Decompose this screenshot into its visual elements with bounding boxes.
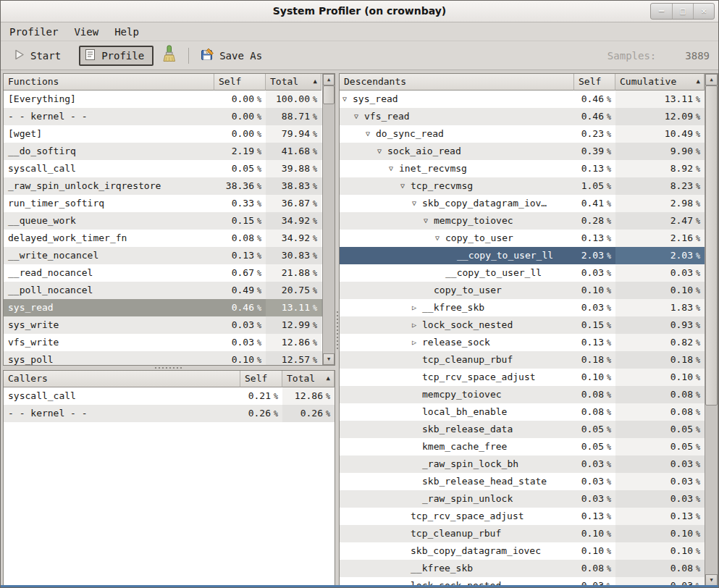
tree-row[interactable]: skb_copy_datagram_iovec0.10%0.10% [340,542,705,560]
function-name-label: __kfree_skb [422,299,484,316]
horizontal-splitter[interactable] [3,365,335,370]
column-header-total[interactable]: ▲ Total [282,371,335,387]
expander-open-icon[interactable]: ▽ [366,125,376,143]
functions-scrollbar[interactable]: ▲ ▼ [322,74,335,365]
tree-row[interactable]: ▽memcpy_toiovec0.28%2.47% [340,212,705,230]
table-row[interactable]: _raw_spin_unlock_irqrestore38.36%38.83% [4,177,322,195]
table-row[interactable]: syscall_call0.21%12.86% [4,387,335,405]
table-row[interactable]: sys_poll0.10%12.57% [4,351,322,365]
profile-toggle-button[interactable]: Profile [79,46,154,66]
tree-row[interactable]: ▽sys_read0.46%13.11% [340,91,705,108]
save-as-button[interactable]: Save As [195,46,267,66]
descendants-scrollbar[interactable]: ▲ ▼ [705,74,718,586]
table-row[interactable]: __write_nocancel0.13%30.83% [4,247,322,264]
tree-row[interactable]: ▽vfs_read0.46%12.09% [340,108,705,125]
column-header-callers[interactable]: Callers [4,371,240,387]
expander-open-icon[interactable]: ▽ [400,177,411,195]
tree-row[interactable]: __copy_to_user_ll0.03%0.03% [340,264,705,282]
tree-row[interactable]: ▽inet_recvmsg0.13%8.92% [340,160,705,177]
table-row[interactable]: syscall_call0.05%39.88% [4,160,322,177]
tree-row[interactable]: copy_to_user0.10%0.10% [340,282,705,299]
tree-row[interactable]: ▽do_sync_read0.23%10.49% [340,125,705,143]
column-header-functions[interactable]: Functions [4,74,214,91]
reset-button[interactable] [156,43,182,68]
percent-value-cell: 0.03% [574,264,615,282]
expander-collapsed-icon[interactable]: ▷ [412,299,422,316]
tree-row[interactable]: tcp_cleanup_rbuf0.18%0.18% [340,351,705,369]
column-header-self[interactable]: Self [574,74,615,91]
minimize-button[interactable]: – [651,4,672,19]
tree-row[interactable]: __copy_to_user_ll2.03%2.03% [340,247,705,264]
expander-open-icon[interactable]: ▽ [377,143,387,160]
tree-row[interactable]: _raw_spin_unlock0.03%0.03% [340,490,705,508]
tree-row[interactable]: kmem_cache_free0.05%0.05% [340,438,705,455]
column-header-cumulative[interactable]: ▲ Cumulative [615,74,705,91]
tree-row[interactable]: local_bh_enable0.08%0.08% [340,403,705,421]
table-row[interactable]: - - kernel - -0.00%88.71% [4,108,322,125]
scroll-up-icon[interactable]: ▲ [323,74,335,85]
expander-open-icon[interactable]: ▽ [389,160,399,177]
table-row[interactable]: delayed_work_timer_fn0.08%34.92% [4,230,322,247]
table-row[interactable]: __poll_nocancel0.49%20.75% [4,282,322,299]
scroll-down-icon[interactable]: ▼ [323,353,335,365]
scroll-up-icon[interactable]: ▲ [705,74,718,85]
tree-row[interactable]: _raw_spin_lock_bh0.03%0.03% [340,455,705,473]
scrollbar-thumb[interactable] [323,85,335,104]
close-button[interactable]: ✕ [693,4,714,19]
column-header-descendants[interactable]: Descendants [340,74,574,91]
table-row[interactable]: sys_write0.03%12.99% [4,316,322,334]
column-header-total[interactable]: ▲ Total [266,74,321,91]
percent-value-cell: 2.03% [615,247,705,264]
function-name-label: tcp_recvmsg [411,177,473,195]
column-header-self[interactable]: Self [214,74,266,91]
percent-value-cell: 0.13% [574,334,615,351]
tree-row[interactable]: tcp_cleanup_rbuf0.10%0.10% [340,525,705,542]
tree-row[interactable]: tcp_rcv_space_adjust0.10%0.10% [340,369,705,386]
tree-row[interactable]: ▽skb_copy_datagram_iov…0.41%2.98% [340,195,705,212]
tree-row[interactable]: ▷lock_sock_nested0.15%0.93% [340,316,705,334]
table-row[interactable]: [Everything]0.00%100.00% [4,91,322,108]
menu-view[interactable]: View [74,26,98,38]
tree-row[interactable]: ▷__kfree_skb0.03%1.83% [340,299,705,316]
function-name-label: __kfree_skb [411,560,473,577]
expander-collapsed-icon[interactable]: ▷ [412,316,422,334]
percent-value-cell: 13.11% [266,299,321,316]
table-row[interactable]: - - kernel - -0.26%0.26% [4,405,335,422]
tree-row[interactable]: tcp_rcv_space_adjust0.13%0.13% [340,508,705,525]
descendants-panel: Descendants Self ▲ Cumulative ▽sys_read0… [339,73,718,587]
tree-indent [342,151,377,152]
menu-help[interactable]: Help [114,26,139,38]
table-row[interactable]: __do_softirq2.19%41.68% [4,143,322,160]
table-row[interactable]: [wget]0.00%79.94% [4,125,322,143]
tree-row[interactable]: __kfree_skb0.08%0.08% [340,560,705,577]
title-bar[interactable]: System Profiler (on crownbay) – □ ✕ [1,1,718,22]
expander-open-icon[interactable]: ▽ [342,91,353,108]
tree-row[interactable]: memcpy_toiovec0.08%0.08% [340,386,705,403]
maximize-button[interactable]: □ [672,4,693,19]
tree-row[interactable]: ▷release_sock0.13%0.82% [340,334,705,351]
tree-row[interactable]: ▽sock_aio_read0.39%9.90% [340,143,705,160]
scrollbar-thumb[interactable] [705,85,718,406]
start-button[interactable]: Start [8,46,66,65]
expander-open-icon[interactable]: ▽ [354,108,364,125]
tree-row[interactable]: ▽tcp_recvmsg1.05%8.23% [340,177,705,195]
menu-profiler[interactable]: Profiler [9,26,58,38]
tree-row[interactable]: ▽copy_to_user0.13%2.16% [340,230,705,247]
expander-collapsed-icon[interactable]: ▷ [412,334,422,351]
table-row[interactable]: __read_nocancel0.67%21.88% [4,264,322,282]
column-header-self[interactable]: Self [240,371,282,387]
splitter-grip [155,367,184,369]
table-row[interactable]: run_timer_softirq0.33%36.87% [4,195,322,212]
table-row[interactable]: sys_read0.46%13.11% [4,299,322,316]
table-row[interactable]: __queue_work0.15%34.92% [4,212,322,230]
percent-sign: % [604,322,611,329]
expander-open-icon[interactable]: ▽ [412,195,422,212]
scroll-down-icon[interactable]: ▼ [705,574,718,586]
tree-row[interactable]: skb_release_head_state0.03%0.03% [340,473,705,490]
expander-open-icon[interactable]: ▽ [424,212,434,230]
expander-open-icon[interactable]: ▽ [435,230,445,247]
percent-value-cell: 0.03% [615,473,705,490]
tree-row[interactable]: skb_release_data0.05%0.05% [340,421,705,438]
table-row[interactable]: vfs_write0.03%12.86% [4,334,322,351]
percent-sign: % [604,356,611,364]
